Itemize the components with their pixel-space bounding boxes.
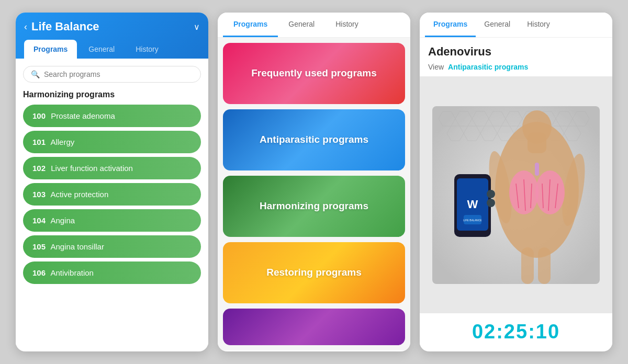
view-row: View Antiparasitic programs: [420, 61, 612, 76]
program-name: Antivibration: [50, 268, 94, 277]
svg-point-20: [522, 110, 552, 144]
svg-rect-24: [538, 247, 551, 284]
program-num: 104: [32, 216, 46, 225]
list-item[interactable]: 104 Angina: [23, 209, 201, 232]
program-num: 101: [32, 138, 46, 146]
screen2-body: Frequently used programs Antiparasitic p…: [218, 38, 410, 350]
program-name: Active protection: [50, 190, 108, 199]
program-name: Angina: [50, 216, 75, 225]
tab-programs-s1[interactable]: Programs: [24, 40, 77, 59]
antiparasitic-link[interactable]: Antiparasitic programs: [448, 63, 528, 71]
dropdown-icon[interactable]: ∨: [194, 22, 200, 32]
search-input[interactable]: [44, 70, 193, 78]
list-item[interactable]: 102 Liver function activation: [23, 157, 201, 179]
svg-point-39: [487, 199, 495, 207]
card-label: Frequently used programs: [251, 67, 377, 79]
card-label: Antiparasitic programs: [260, 134, 368, 145]
screens-container: ‹ Life Balance ∨ Programs General Histor…: [3, 0, 625, 364]
svg-point-26: [535, 170, 565, 214]
tab-general-s1[interactable]: General: [79, 40, 124, 59]
list-item[interactable]: 105 Angina tonsillar: [23, 235, 201, 258]
tab-history-s3[interactable]: History: [519, 13, 558, 37]
card-frequently-used[interactable]: Frequently used programs: [223, 43, 405, 104]
program-name: Prostate adenoma: [51, 111, 115, 120]
program-name: Liver function activation: [51, 164, 133, 173]
app-title: Life Balance: [31, 20, 189, 33]
program-num: 103: [32, 190, 46, 199]
program-num: 105: [32, 242, 46, 251]
screen2-header: Programs General History: [218, 13, 410, 38]
program-name: Allergy: [50, 138, 74, 146]
list-item[interactable]: 103 Active protection: [23, 183, 201, 206]
back-icon[interactable]: ‹: [24, 21, 27, 32]
program-name: Angina tonsillar: [50, 242, 104, 251]
svg-rect-27: [535, 163, 539, 176]
view-label: View: [428, 63, 444, 71]
adenovirus-title: Adenovirus: [420, 38, 612, 61]
screen1-header: ‹ Life Balance ∨ Programs General Histor…: [16, 13, 208, 59]
screen3-header: Programs General History: [420, 13, 612, 38]
card-restoring[interactable]: Restoring programs: [223, 242, 405, 303]
list-item[interactable]: 106 Antivibration: [23, 261, 201, 284]
card-label: Harmonizing programs: [260, 200, 368, 212]
card-extra[interactable]: [223, 309, 405, 345]
card-harmonizing[interactable]: Harmonizing programs: [223, 176, 405, 237]
screen2: Programs General History Frequently used…: [218, 13, 410, 351]
screen1-top: ‹ Life Balance ∨: [24, 20, 200, 33]
svg-rect-23: [521, 247, 534, 284]
list-item[interactable]: 100 Prostate adenoma: [23, 105, 201, 127]
timer-display: 02:25:10: [472, 321, 560, 343]
timer-bar: 02:25:10: [420, 313, 612, 350]
tab-history-s2[interactable]: History: [325, 13, 369, 37]
screen1: ‹ Life Balance ∨ Programs General Histor…: [16, 13, 208, 351]
section-title: Harmonizing programs: [23, 90, 201, 99]
tab-general-s2[interactable]: General: [278, 13, 325, 37]
list-item[interactable]: 101 Allergy: [23, 131, 201, 153]
svg-text:LIFE BALANCE: LIFE BALANCE: [463, 219, 482, 222]
screen1-tabs-bar: Programs General History: [24, 40, 200, 59]
screen3: Programs General History Adenovirus View…: [420, 13, 612, 351]
screen3-tabs: Programs General History: [420, 13, 612, 37]
tab-general-s3[interactable]: General: [476, 13, 519, 37]
card-label: Restoring programs: [266, 267, 362, 278]
screen3-body: Adenovirus View Antiparasitic programs: [420, 38, 612, 350]
body-image-container: W LIFE BALANCE: [420, 76, 612, 313]
program-num: 106: [32, 268, 46, 277]
program-list: 100 Prostate adenoma 101 Allergy 102 Liv…: [23, 105, 201, 284]
tab-programs-s2[interactable]: Programs: [223, 13, 278, 37]
search-bar[interactable]: 🔍: [23, 66, 201, 83]
program-num: 102: [32, 164, 46, 173]
svg-point-25: [509, 170, 539, 214]
screen2-tabs: Programs General History: [218, 13, 410, 37]
tab-programs-s3[interactable]: Programs: [425, 13, 476, 37]
svg-point-38: [487, 190, 495, 198]
search-icon: 🔍: [31, 70, 40, 78]
tab-history-s1[interactable]: History: [126, 40, 168, 59]
card-antiparasitic[interactable]: Antiparasitic programs: [223, 109, 405, 170]
svg-text:W: W: [467, 198, 478, 211]
screen1-body: 🔍 Harmonizing programs 100 Prostate aden…: [16, 59, 208, 345]
body-illustration: W LIFE BALANCE: [432, 106, 600, 284]
program-num: 100: [32, 111, 46, 120]
